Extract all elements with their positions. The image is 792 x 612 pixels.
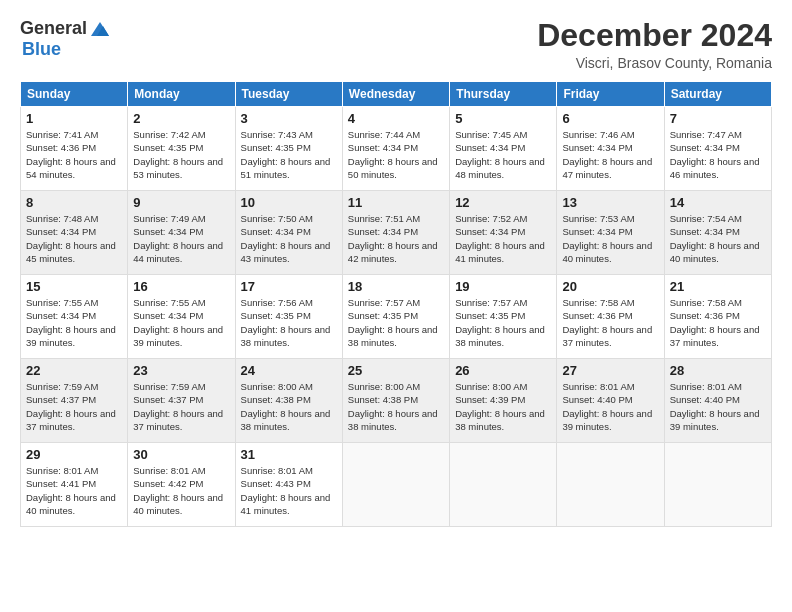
day-number: 28 [670,363,766,378]
table-row: 6Sunrise: 7:46 AMSunset: 4:34 PMDaylight… [557,107,664,191]
table-row [450,443,557,527]
day-number: 24 [241,363,337,378]
header-tuesday: Tuesday [235,82,342,107]
table-row: 7Sunrise: 7:47 AMSunset: 4:34 PMDaylight… [664,107,771,191]
day-info: Sunrise: 7:51 AMSunset: 4:34 PMDaylight:… [348,213,438,264]
subtitle: Viscri, Brasov County, Romania [537,55,772,71]
calendar-week-row: 22Sunrise: 7:59 AMSunset: 4:37 PMDayligh… [21,359,772,443]
day-number: 14 [670,195,766,210]
day-number: 12 [455,195,551,210]
table-row: 15Sunrise: 7:55 AMSunset: 4:34 PMDayligh… [21,275,128,359]
day-info: Sunrise: 7:50 AMSunset: 4:34 PMDaylight:… [241,213,331,264]
day-number: 26 [455,363,551,378]
day-info: Sunrise: 7:59 AMSunset: 4:37 PMDaylight:… [133,381,223,432]
day-info: Sunrise: 8:00 AMSunset: 4:38 PMDaylight:… [348,381,438,432]
day-info: Sunrise: 7:41 AMSunset: 4:36 PMDaylight:… [26,129,116,180]
day-info: Sunrise: 8:01 AMSunset: 4:41 PMDaylight:… [26,465,116,516]
table-row: 2Sunrise: 7:42 AMSunset: 4:35 PMDaylight… [128,107,235,191]
logo-blue: Blue [22,39,61,60]
table-row: 27Sunrise: 8:01 AMSunset: 4:40 PMDayligh… [557,359,664,443]
day-info: Sunrise: 8:01 AMSunset: 4:40 PMDaylight:… [670,381,760,432]
table-row: 5Sunrise: 7:45 AMSunset: 4:34 PMDaylight… [450,107,557,191]
day-number: 27 [562,363,658,378]
page: General Blue December 2024 Viscri, Braso… [0,0,792,612]
day-info: Sunrise: 7:57 AMSunset: 4:35 PMDaylight:… [348,297,438,348]
table-row: 23Sunrise: 7:59 AMSunset: 4:37 PMDayligh… [128,359,235,443]
day-info: Sunrise: 7:55 AMSunset: 4:34 PMDaylight:… [133,297,223,348]
day-number: 16 [133,279,229,294]
table-row: 30Sunrise: 8:01 AMSunset: 4:42 PMDayligh… [128,443,235,527]
table-row: 17Sunrise: 7:56 AMSunset: 4:35 PMDayligh… [235,275,342,359]
table-row: 13Sunrise: 7:53 AMSunset: 4:34 PMDayligh… [557,191,664,275]
calendar-table: Sunday Monday Tuesday Wednesday Thursday… [20,81,772,527]
table-row: 3Sunrise: 7:43 AMSunset: 4:35 PMDaylight… [235,107,342,191]
header: General Blue December 2024 Viscri, Braso… [20,18,772,71]
table-row: 20Sunrise: 7:58 AMSunset: 4:36 PMDayligh… [557,275,664,359]
header-wednesday: Wednesday [342,82,449,107]
day-number: 10 [241,195,337,210]
table-row: 31Sunrise: 8:01 AMSunset: 4:43 PMDayligh… [235,443,342,527]
day-number: 31 [241,447,337,462]
logo-blue-row: Blue [20,39,61,60]
table-row: 18Sunrise: 7:57 AMSunset: 4:35 PMDayligh… [342,275,449,359]
day-info: Sunrise: 7:59 AMSunset: 4:37 PMDaylight:… [26,381,116,432]
day-info: Sunrise: 7:49 AMSunset: 4:34 PMDaylight:… [133,213,223,264]
table-row: 10Sunrise: 7:50 AMSunset: 4:34 PMDayligh… [235,191,342,275]
day-info: Sunrise: 7:47 AMSunset: 4:34 PMDaylight:… [670,129,760,180]
calendar-week-row: 29Sunrise: 8:01 AMSunset: 4:41 PMDayligh… [21,443,772,527]
day-number: 23 [133,363,229,378]
day-info: Sunrise: 7:55 AMSunset: 4:34 PMDaylight:… [26,297,116,348]
table-row: 22Sunrise: 7:59 AMSunset: 4:37 PMDayligh… [21,359,128,443]
day-number: 9 [133,195,229,210]
day-info: Sunrise: 7:52 AMSunset: 4:34 PMDaylight:… [455,213,545,264]
day-info: Sunrise: 7:54 AMSunset: 4:34 PMDaylight:… [670,213,760,264]
day-number: 7 [670,111,766,126]
day-info: Sunrise: 8:01 AMSunset: 4:42 PMDaylight:… [133,465,223,516]
table-row: 26Sunrise: 8:00 AMSunset: 4:39 PMDayligh… [450,359,557,443]
table-row: 1Sunrise: 7:41 AMSunset: 4:36 PMDaylight… [21,107,128,191]
day-info: Sunrise: 7:53 AMSunset: 4:34 PMDaylight:… [562,213,652,264]
table-row [557,443,664,527]
day-number: 20 [562,279,658,294]
day-info: Sunrise: 8:01 AMSunset: 4:40 PMDaylight:… [562,381,652,432]
header-sunday: Sunday [21,82,128,107]
header-friday: Friday [557,82,664,107]
calendar-week-row: 1Sunrise: 7:41 AMSunset: 4:36 PMDaylight… [21,107,772,191]
day-info: Sunrise: 7:58 AMSunset: 4:36 PMDaylight:… [562,297,652,348]
table-row: 4Sunrise: 7:44 AMSunset: 4:34 PMDaylight… [342,107,449,191]
calendar-week-row: 15Sunrise: 7:55 AMSunset: 4:34 PMDayligh… [21,275,772,359]
table-row: 9Sunrise: 7:49 AMSunset: 4:34 PMDaylight… [128,191,235,275]
day-number: 5 [455,111,551,126]
day-number: 19 [455,279,551,294]
day-number: 4 [348,111,444,126]
day-info: Sunrise: 7:45 AMSunset: 4:34 PMDaylight:… [455,129,545,180]
day-number: 25 [348,363,444,378]
day-number: 1 [26,111,122,126]
table-row: 24Sunrise: 8:00 AMSunset: 4:38 PMDayligh… [235,359,342,443]
title-block: December 2024 Viscri, Brasov County, Rom… [537,18,772,71]
table-row: 11Sunrise: 7:51 AMSunset: 4:34 PMDayligh… [342,191,449,275]
day-info: Sunrise: 7:43 AMSunset: 4:35 PMDaylight:… [241,129,331,180]
day-info: Sunrise: 7:57 AMSunset: 4:35 PMDaylight:… [455,297,545,348]
header-saturday: Saturday [664,82,771,107]
table-row: 28Sunrise: 8:01 AMSunset: 4:40 PMDayligh… [664,359,771,443]
day-number: 18 [348,279,444,294]
header-thursday: Thursday [450,82,557,107]
month-title: December 2024 [537,18,772,53]
table-row: 21Sunrise: 7:58 AMSunset: 4:36 PMDayligh… [664,275,771,359]
day-number: 30 [133,447,229,462]
day-number: 29 [26,447,122,462]
day-number: 11 [348,195,444,210]
day-number: 6 [562,111,658,126]
day-info: Sunrise: 7:58 AMSunset: 4:36 PMDaylight:… [670,297,760,348]
table-row [342,443,449,527]
table-row [664,443,771,527]
calendar-header-row: Sunday Monday Tuesday Wednesday Thursday… [21,82,772,107]
day-number: 3 [241,111,337,126]
day-info: Sunrise: 7:46 AMSunset: 4:34 PMDaylight:… [562,129,652,180]
table-row: 25Sunrise: 8:00 AMSunset: 4:38 PMDayligh… [342,359,449,443]
day-number: 8 [26,195,122,210]
table-row: 8Sunrise: 7:48 AMSunset: 4:34 PMDaylight… [21,191,128,275]
day-info: Sunrise: 8:00 AMSunset: 4:38 PMDaylight:… [241,381,331,432]
day-info: Sunrise: 7:56 AMSunset: 4:35 PMDaylight:… [241,297,331,348]
